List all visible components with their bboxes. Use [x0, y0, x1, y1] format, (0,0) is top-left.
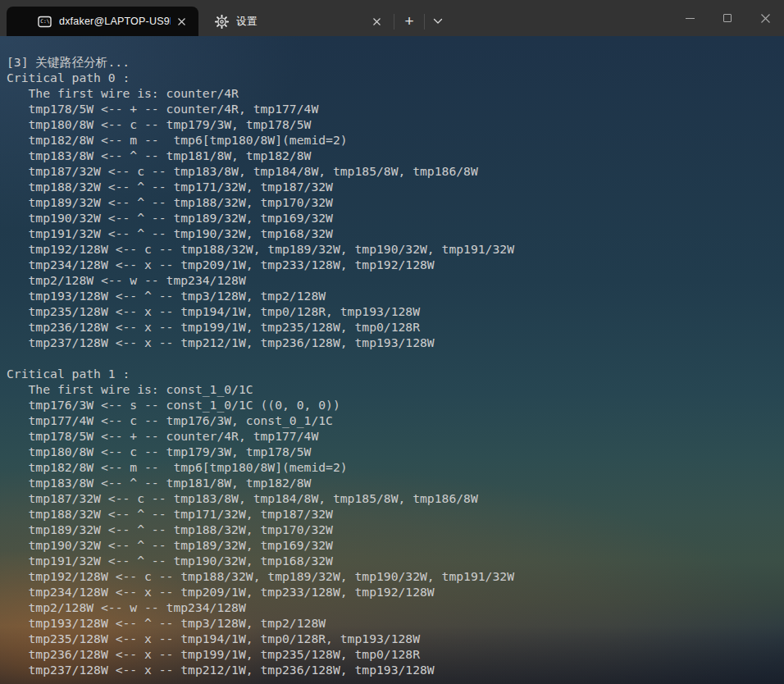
terminal-line: tmp188/32W <-- ^ -- tmp171/32W, tmp187/3…: [7, 179, 784, 194]
terminal-line: tmp189/32W <-- ^ -- tmp188/32W, tmp170/3…: [7, 522, 784, 537]
terminal-line: [7, 350, 784, 366]
terminal-line: Critical path 0 :: [7, 70, 784, 85]
terminal-line: tmp189/32W <-- ^ -- tmp188/32W, tmp170/3…: [7, 194, 784, 210]
terminal-line: tmp190/32W <-- ^ -- tmp189/32W, tmp169/3…: [7, 537, 784, 553]
maximize-icon: [723, 14, 732, 22]
terminal-line: tmp183/8W <-- ^ -- tmp181/8W, tmp182/8W: [7, 475, 784, 490]
terminal-line: tmp236/128W <-- x -- tmp199/1W, tmp235/1…: [7, 646, 784, 662]
chevron-down-icon: [433, 18, 443, 25]
titlebar-drag-region[interactable]: [451, 0, 671, 36]
gear-icon: [215, 15, 229, 29]
terminal-line: tmp193/128W <-- ^ -- tmp3/128W, tmp2/128…: [7, 288, 784, 303]
terminal-line: tmp180/8W <-- c -- tmp179/3W, tmp178/5W: [7, 116, 784, 132]
terminal-output: [3] 关键路径分析...Critical path 0 : The first…: [7, 54, 784, 677]
new-tab-button[interactable]: +: [394, 7, 424, 35]
tab-title: dxfaker@LAPTOP-US9FCLPD: /: [59, 7, 171, 36]
terminal-line: tmp237/128W <-- x -- tmp212/1W, tmp236/1…: [7, 335, 784, 350]
terminal-line: tmp192/128W <-- c -- tmp188/32W, tmp189/…: [7, 241, 784, 257]
minimize-icon: [686, 18, 695, 19]
terminal-line: Critical path 1 :: [7, 366, 784, 381]
terminal-line: tmp182/8W <-- m -- tmp6[tmp180/8W](memid…: [7, 459, 784, 475]
close-tab-icon[interactable]: [366, 11, 387, 32]
terminal-line: tmp178/5W <-- + -- counter/4R, tmp177/4W: [7, 428, 784, 444]
close-icon: [760, 13, 771, 24]
terminal-line: tmp177/4W <-- c -- tmp176/3W, const_0_1/…: [7, 413, 784, 428]
terminal-line: tmp187/32W <-- c -- tmp183/8W, tmp184/8W…: [7, 490, 784, 506]
terminal-line: tmp237/128W <-- x -- tmp212/1W, tmp236/1…: [7, 662, 784, 677]
terminal-line: tmp188/32W <-- ^ -- tmp171/32W, tmp187/3…: [7, 506, 784, 522]
window-controls: [671, 0, 784, 36]
terminal-line: tmp191/32W <-- ^ -- tmp190/32W, tmp168/3…: [7, 226, 784, 241]
terminal-content[interactable]: [3] 关键路径分析...Critical path 0 : The first…: [0, 36, 784, 684]
terminal-window: C:\ dxfaker@LAPTOP-US9FCLPD: /: [0, 0, 784, 684]
terminal-line: tmp236/128W <-- x -- tmp199/1W, tmp235/1…: [7, 319, 784, 335]
terminal-line: tmp176/3W <-- s -- const_1_0/1C ((0, 0, …: [7, 397, 784, 413]
terminal-line: [3] 关键路径分析...: [7, 54, 784, 70]
terminal-line: tmp178/5W <-- + -- counter/4R, tmp177/4W: [7, 101, 784, 116]
tab-bar: C:\ dxfaker@LAPTOP-US9FCLPD: /: [0, 0, 784, 36]
terminal-line: tmp235/128W <-- x -- tmp194/1W, tmp0/128…: [7, 631, 784, 646]
terminal-line: tmp2/128W <-- w -- tmp234/128W: [7, 600, 784, 615]
terminal-line: tmp2/128W <-- w -- tmp234/128W: [7, 272, 784, 288]
terminal-line: tmp190/32W <-- ^ -- tmp189/32W, tmp169/3…: [7, 210, 784, 226]
terminal-line: tmp234/128W <-- x -- tmp209/1W, tmp233/1…: [7, 584, 784, 600]
svg-text:C:\: C:\: [40, 17, 49, 23]
terminal-line: tmp182/8W <-- m -- tmp6[tmp180/8W](memid…: [7, 132, 784, 148]
terminal-line: tmp191/32W <-- ^ -- tmp190/32W, tmp168/3…: [7, 553, 784, 568]
close-window-button[interactable]: [746, 0, 784, 36]
command-prompt-icon: C:\: [38, 15, 52, 29]
tab-terminal[interactable]: C:\ dxfaker@LAPTOP-US9FCLPD: /: [7, 7, 198, 36]
maximize-button[interactable]: [709, 0, 746, 36]
tab-dropdown-button[interactable]: [425, 7, 451, 35]
minimize-button[interactable]: [671, 0, 709, 36]
terminal-line: The first wire is: const_1_0/1C: [7, 381, 784, 397]
terminal-line: tmp183/8W <-- ^ -- tmp181/8W, tmp182/8W: [7, 148, 784, 163]
tab-settings[interactable]: 设置: [202, 7, 394, 36]
terminal-line: tmp193/128W <-- ^ -- tmp3/128W, tmp2/128…: [7, 615, 784, 631]
terminal-line: tmp187/32W <-- c -- tmp183/8W, tmp184/8W…: [7, 163, 784, 179]
terminal-line: tmp235/128W <-- x -- tmp194/1W, tmp0/128…: [7, 303, 784, 319]
close-tab-icon[interactable]: [171, 11, 192, 32]
terminal-line: tmp234/128W <-- x -- tmp209/1W, tmp233/1…: [7, 257, 784, 272]
terminal-line: The first wire is: counter/4R: [7, 85, 784, 101]
terminal-line: tmp180/8W <-- c -- tmp179/3W, tmp178/5W: [7, 444, 784, 459]
terminal-line: tmp192/128W <-- c -- tmp188/32W, tmp189/…: [7, 568, 784, 584]
tab-title: 设置: [236, 7, 366, 36]
